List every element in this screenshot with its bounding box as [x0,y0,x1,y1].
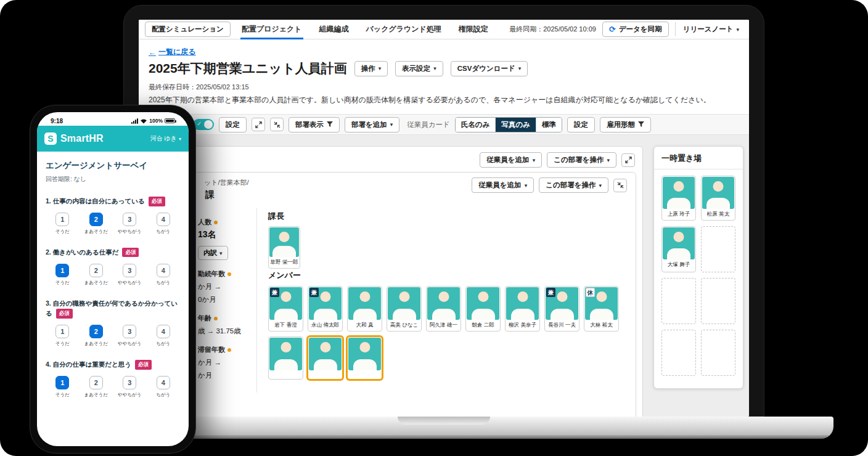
filter-icon [327,121,333,128]
back-to-list-link[interactable]: ← 一覧に戻る [149,47,196,57]
empty-slot[interactable] [701,226,735,272]
subpanel-collapse-button[interactable] [613,179,627,192]
page-title: 2025年下期営業ユニット人員計画 [149,60,347,77]
member-row: 兼 岩下 香澄 兼 永山 侑太郎 [268,286,619,332]
tab-placement-project[interactable]: 配置プロジェクト [240,20,303,39]
panel-operate-dept-button[interactable]: この部署を操作▾ [547,152,616,168]
csv-download-button[interactable]: CSVダウンロード▾ [451,61,528,76]
member-card[interactable]: 休 大林 裕太 [584,286,619,332]
subpanel-operate-dept-button[interactable]: この部署を操作▾ [539,177,608,193]
member-card[interactable]: 兼 永山 侑太郎 [308,286,343,332]
collapse-icon [274,121,280,128]
empty-slot[interactable] [701,330,735,376]
member-card[interactable]: 兼 岩下 香澄 [268,286,303,332]
concurrent-badge: 兼 [270,288,279,297]
last-saved-label: 最終保存日時：2025/05/02 13:15 [149,83,739,92]
card-style-segmented-control: 氏名のみ 写真のみ 標準 [455,117,562,132]
survey-option-selected[interactable]: 2まあそうだ [80,213,113,235]
chevron-down-icon: ▾ [599,182,602,189]
retention-to: か月 [198,371,250,380]
member-card-highlighted[interactable] [347,336,382,380]
laptop-device: 配置シミュレーション 配置プロジェクト 組織編成 バックグラウンド処理 権限設定… [123,5,764,417]
breadcrumb: ット/営業本部/ [204,178,249,187]
survey-option[interactable]: 4ちがう [147,376,181,398]
back-arrow-icon: ← [149,48,156,57]
member-card[interactable]: 大和 真 [347,286,382,332]
app-switcher-button[interactable]: 配置シミュレーション [145,22,231,37]
question-options: 1そうだ 2まあそうだ 3ややちがう 4ちがう [46,264,180,286]
survey-option-selected[interactable]: 1そうだ [46,264,80,286]
panel-expand-button[interactable] [621,153,635,167]
stat-indicator-dot [214,221,218,224]
required-badge: 必須 [149,197,165,206]
phone-user-menu[interactable]: 河合 ゆき▾ [150,134,181,143]
age-value: 歳 → 31.75歳 [198,327,250,336]
display-settings-button[interactable]: 表示設定▾ [395,61,443,76]
empty-slot[interactable] [701,278,735,324]
panel-add-employee-button[interactable]: 従業員を追加▾ [480,152,542,168]
tab-permissions[interactable]: 権限設定 [457,20,489,39]
chevron-down-icon: ▾ [219,250,223,256]
survey-option[interactable]: 3ややちがう [113,213,147,235]
chevron-down-icon: ▾ [179,136,181,142]
tab-org-structure[interactable]: 組織編成 [318,20,350,39]
release-notes-button[interactable]: リリースノート ▾ [675,22,743,36]
survey-option[interactable]: 1そうだ [46,325,80,347]
subpanel-add-employee-button[interactable]: 従業員を追加▾ [472,177,534,193]
view-toggle[interactable]: ✓ [193,119,214,130]
empty-slot[interactable] [661,330,696,376]
member-card[interactable]: 柳沢 美奈子 [505,286,540,332]
survey-option[interactable]: 3ややちがう [113,264,147,286]
survey-title: エンゲージメントサーベイ [46,160,180,171]
survey-option[interactable]: 4ちがう [147,325,181,347]
smarthr-logo-text: SmartHR [60,133,104,144]
question-options: 1そうだ 2まあそうだ 3ややちがう 4ちがう [46,376,180,398]
survey-option[interactable]: 3ややちがう [113,325,147,347]
employment-type-filter-button[interactable]: 雇用形態 [600,117,651,132]
concurrent-badge: 兼 [309,288,319,297]
survey-option[interactable]: 1そうだ [46,213,80,235]
sync-data-button[interactable]: ⟳ データを同期 [602,22,669,37]
empty-slot[interactable] [661,278,696,324]
holding-card[interactable]: 松原 英太 [701,176,735,221]
member-card-highlighted[interactable] [308,336,343,380]
add-department-button[interactable]: 部署を追加▾ [345,117,399,132]
collapse-view-button[interactable] [270,118,284,131]
question-text: 4. 自分の仕事は重要だと思う必須 [46,359,180,370]
top-nav: 配置シミュレーション 配置プロジェクト 組織編成 バックグラウンド処理 権限設定… [139,20,749,39]
breakdown-button[interactable]: 内訳▾ [198,246,228,260]
survey-option[interactable]: 4ちがう [147,213,181,235]
sub-panel-body: 人数 13名 内訳▾ 勤続年数 か月 → 0か月 年齢 歳 → 31.75歳 滞… [154,208,636,393]
member-avatar [348,338,381,370]
member-card[interactable] [268,336,303,380]
member-card[interactable]: 阿久津 雄一 [426,286,461,332]
survey-option-selected[interactable]: 2まあそうだ [80,325,113,347]
stat-indicator-dot [227,348,231,352]
survey-option[interactable]: 2まあそうだ [80,376,113,398]
holding-card[interactable]: 上原 玲子 [661,176,696,221]
manager-card[interactable]: 草野 栄一郎 [268,226,300,269]
collapse-icon [617,182,624,189]
operations-button[interactable]: 操作▾ [354,61,388,76]
card-settings-button[interactable]: 設定 [567,117,595,132]
tenure-label: 勤続年数 [198,269,250,279]
question-text: 3. 自分の職務や責任が何であるか分かっている必須 [46,298,180,319]
dept-display-filter-button[interactable]: 部署表示 [289,117,340,132]
survey-option[interactable]: 3ややちがう [113,376,147,398]
toolbar-settings-button[interactable]: 設定 [219,117,247,132]
survey-body: エンゲージメントサーベイ 回答期限: なし 1. 仕事の内容は自分にあっている必… [37,152,189,404]
holding-card[interactable]: 大塚 舞子 [661,226,696,272]
member-row-2 [268,336,619,380]
member-card[interactable]: 朝倉 二郎 [465,286,501,332]
survey-option[interactable]: 2まあそうだ [80,264,113,286]
department-panel-header: 従業員を追加▾ この部署を操作▾ [147,147,642,172]
survey-option[interactable]: 4ちがう [147,264,181,286]
segment-name-only[interactable]: 氏名のみ [456,118,496,132]
member-card[interactable]: 高美 ひなこ [387,286,422,332]
member-card[interactable]: 兼 長谷川 一夫 [544,286,579,332]
segment-standard[interactable]: 標準 [536,118,562,132]
survey-option-selected[interactable]: 1そうだ [46,376,80,398]
tab-background-jobs[interactable]: バックグラウンド処理 [365,20,443,39]
segment-photo-only[interactable]: 写真のみ [495,118,536,132]
expand-view-button[interactable] [252,118,265,131]
